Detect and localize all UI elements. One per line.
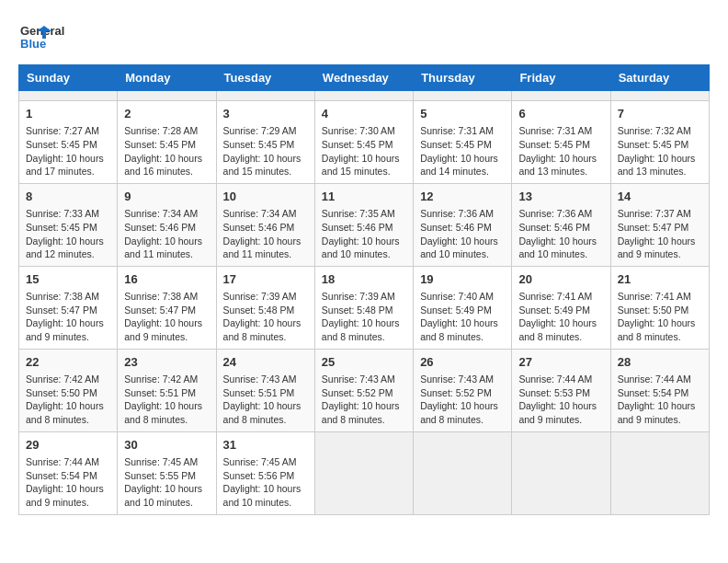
calendar-cell: 4Sunrise: 7:30 AMSunset: 5:45 PMDaylight… [314, 101, 413, 184]
calendar-cell: 1Sunrise: 7:27 AMSunset: 5:45 PMDaylight… [19, 101, 118, 184]
day-number: 28 [618, 354, 702, 371]
calendar-cell [512, 431, 610, 514]
day-info: Sunrise: 7:27 AMSunset: 5:45 PMDaylight:… [26, 124, 110, 178]
calendar-cell [19, 91, 118, 101]
logo: General Blue [18, 18, 92, 55]
week-row-1: 1Sunrise: 7:27 AMSunset: 5:45 PMDaylight… [19, 101, 710, 184]
header-day-saturday: Saturday [610, 65, 709, 91]
day-number: 18 [322, 271, 406, 288]
day-info: Sunrise: 7:41 AMSunset: 5:50 PMDaylight:… [618, 290, 702, 344]
day-number: 8 [26, 189, 110, 205]
logo-icon: General Blue [18, 18, 92, 55]
day-info: Sunrise: 7:32 AMSunset: 5:45 PMDaylight:… [618, 124, 702, 178]
day-info: Sunrise: 7:40 AMSunset: 5:49 PMDaylight:… [420, 290, 505, 344]
calendar-cell: 24Sunrise: 7:43 AMSunset: 5:51 PMDayligh… [216, 349, 314, 431]
header-day-sunday: Sunday [19, 65, 118, 91]
day-number: 19 [420, 271, 505, 288]
day-info: Sunrise: 7:43 AMSunset: 5:52 PMDaylight:… [420, 373, 505, 427]
day-info: Sunrise: 7:44 AMSunset: 5:53 PMDaylight:… [518, 373, 603, 427]
day-number: 30 [124, 437, 209, 454]
day-info: Sunrise: 7:44 AMSunset: 5:54 PMDaylight:… [618, 373, 702, 427]
day-number: 21 [618, 271, 702, 288]
day-info: Sunrise: 7:28 AMSunset: 5:45 PMDaylight:… [124, 124, 209, 178]
day-info: Sunrise: 7:30 AMSunset: 5:45 PMDaylight:… [322, 124, 406, 178]
day-number: 1 [26, 106, 110, 122]
day-info: Sunrise: 7:39 AMSunset: 5:48 PMDaylight:… [223, 290, 308, 344]
calendar-cell: 27Sunrise: 7:44 AMSunset: 5:53 PMDayligh… [512, 349, 610, 431]
day-info: Sunrise: 7:36 AMSunset: 5:46 PMDaylight:… [420, 207, 505, 261]
day-info: Sunrise: 7:38 AMSunset: 5:47 PMDaylight:… [124, 290, 209, 344]
day-info: Sunrise: 7:45 AMSunset: 5:56 PMDaylight:… [223, 455, 308, 510]
header-day-friday: Friday [512, 65, 610, 91]
day-info: Sunrise: 7:34 AMSunset: 5:46 PMDaylight:… [124, 207, 209, 261]
calendar-cell: 14Sunrise: 7:37 AMSunset: 5:47 PMDayligh… [610, 183, 709, 266]
day-number: 17 [223, 271, 308, 288]
day-number: 5 [420, 106, 505, 122]
day-info: Sunrise: 7:31 AMSunset: 5:45 PMDaylight:… [420, 124, 505, 178]
day-info: Sunrise: 7:41 AMSunset: 5:49 PMDaylight:… [518, 290, 603, 344]
calendar-cell [118, 91, 216, 101]
calendar-cell [414, 431, 512, 514]
day-number: 14 [618, 189, 702, 205]
day-number: 31 [223, 437, 308, 454]
svg-text:Blue: Blue [20, 37, 46, 51]
calendar-cell: 23Sunrise: 7:42 AMSunset: 5:51 PMDayligh… [118, 349, 216, 431]
calendar-cell: 30Sunrise: 7:45 AMSunset: 5:55 PMDayligh… [118, 431, 216, 514]
day-info: Sunrise: 7:31 AMSunset: 5:45 PMDaylight:… [518, 124, 603, 178]
calendar-cell: 5Sunrise: 7:31 AMSunset: 5:45 PMDaylight… [414, 101, 512, 184]
day-number: 12 [420, 189, 505, 205]
day-info: Sunrise: 7:45 AMSunset: 5:55 PMDaylight:… [124, 455, 209, 510]
day-info: Sunrise: 7:29 AMSunset: 5:45 PMDaylight:… [223, 124, 308, 178]
week-row-4: 22Sunrise: 7:42 AMSunset: 5:50 PMDayligh… [19, 349, 710, 431]
day-number: 20 [518, 271, 603, 288]
calendar-cell: 25Sunrise: 7:43 AMSunset: 5:52 PMDayligh… [314, 349, 413, 431]
calendar-cell: 28Sunrise: 7:44 AMSunset: 5:54 PMDayligh… [610, 349, 709, 431]
day-number: 13 [518, 189, 603, 205]
calendar-cell: 8Sunrise: 7:33 AMSunset: 5:45 PMDaylight… [19, 183, 118, 266]
day-info: Sunrise: 7:43 AMSunset: 5:52 PMDaylight:… [322, 373, 406, 427]
calendar-cell: 16Sunrise: 7:38 AMSunset: 5:47 PMDayligh… [118, 266, 216, 349]
calendar-cell: 2Sunrise: 7:28 AMSunset: 5:45 PMDaylight… [118, 101, 216, 184]
calendar-cell: 11Sunrise: 7:35 AMSunset: 5:46 PMDayligh… [314, 183, 413, 266]
day-info: Sunrise: 7:42 AMSunset: 5:50 PMDaylight:… [26, 373, 110, 427]
day-info: Sunrise: 7:34 AMSunset: 5:46 PMDaylight:… [223, 207, 308, 261]
day-number: 11 [322, 189, 406, 205]
day-number: 4 [322, 106, 406, 122]
day-number: 26 [420, 354, 505, 371]
calendar-cell: 17Sunrise: 7:39 AMSunset: 5:48 PMDayligh… [216, 266, 314, 349]
calendar-cell: 12Sunrise: 7:36 AMSunset: 5:46 PMDayligh… [414, 183, 512, 266]
week-row-0 [19, 91, 710, 101]
day-number: 15 [26, 271, 110, 288]
day-number: 25 [322, 354, 406, 371]
day-number: 2 [124, 106, 209, 122]
calendar-cell: 3Sunrise: 7:29 AMSunset: 5:45 PMDaylight… [216, 101, 314, 184]
day-number: 7 [618, 106, 702, 122]
calendar-cell [610, 431, 709, 514]
day-info: Sunrise: 7:36 AMSunset: 5:46 PMDaylight:… [518, 207, 603, 261]
calendar-cell [314, 91, 413, 101]
header-day-wednesday: Wednesday [314, 65, 413, 91]
day-number: 29 [26, 437, 110, 454]
day-number: 3 [223, 106, 308, 122]
day-info: Sunrise: 7:43 AMSunset: 5:51 PMDaylight:… [223, 373, 308, 427]
header-day-thursday: Thursday [414, 65, 512, 91]
header-day-monday: Monday [118, 65, 216, 91]
day-info: Sunrise: 7:42 AMSunset: 5:51 PMDaylight:… [124, 373, 209, 427]
calendar-cell: 26Sunrise: 7:43 AMSunset: 5:52 PMDayligh… [414, 349, 512, 431]
day-number: 6 [518, 106, 603, 122]
calendar-cell [414, 91, 512, 101]
day-number: 24 [223, 354, 308, 371]
calendar-table: SundayMondayTuesdayWednesdayThursdayFrid… [18, 64, 710, 515]
calendar-cell: 6Sunrise: 7:31 AMSunset: 5:45 PMDaylight… [512, 101, 610, 184]
calendar-cell: 29Sunrise: 7:44 AMSunset: 5:54 PMDayligh… [19, 431, 118, 514]
day-number: 27 [518, 354, 603, 371]
calendar-cell: 9Sunrise: 7:34 AMSunset: 5:46 PMDaylight… [118, 183, 216, 266]
header-row: SundayMondayTuesdayWednesdayThursdayFrid… [19, 65, 710, 91]
day-info: Sunrise: 7:35 AMSunset: 5:46 PMDaylight:… [322, 207, 406, 261]
day-info: Sunrise: 7:33 AMSunset: 5:45 PMDaylight:… [26, 207, 110, 261]
day-info: Sunrise: 7:37 AMSunset: 5:47 PMDaylight:… [618, 207, 702, 261]
calendar-cell [610, 91, 709, 101]
day-number: 23 [124, 354, 209, 371]
header-day-tuesday: Tuesday [216, 65, 314, 91]
calendar-cell: 22Sunrise: 7:42 AMSunset: 5:50 PMDayligh… [19, 349, 118, 431]
